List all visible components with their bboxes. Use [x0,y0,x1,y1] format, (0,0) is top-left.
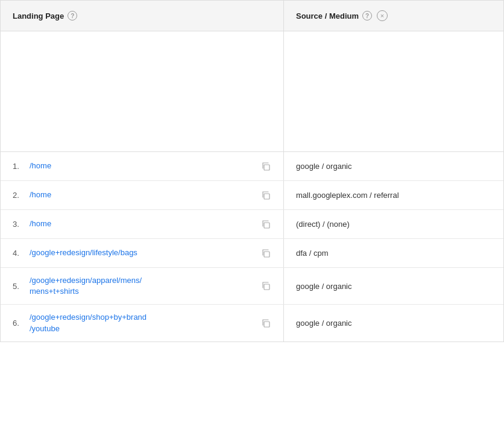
landing-page-help-icon[interactable]: ? [68,11,77,21]
svg-rect-0 [264,165,269,170]
row-number: 5. [13,282,30,291]
source-cell: google / organic [284,305,503,341]
landing-cell: 4. /google+redesign/lifestyle/bags [1,239,284,267]
svg-rect-3 [264,252,269,257]
page-link[interactable]: /home [30,160,257,171]
source-value: mall.googleplex.com / referral [296,191,399,200]
table-row: 1. /home google / organic [1,152,503,181]
landing-cell: 5. /google+redesign/apparel/mens/mens+t+… [1,268,284,304]
source-value: (direct) / (none) [296,220,350,229]
landing-cell: 6. /google+redesign/shop+by+brand/youtub… [1,305,284,341]
page-link[interactable]: /google+redesign/apparel/mens/mens+t+shi… [30,275,257,297]
landing-cell: 3. /home [1,210,284,238]
source-cell: (direct) / (none) [284,210,503,238]
source-medium-close-icon[interactable]: × [377,10,388,21]
copy-icon[interactable] [260,318,271,329]
data-rows-container: 1. /home google / organic 2. /home [1,152,503,341]
source-cell: dfa / cpm [284,239,503,267]
page-link[interactable]: /home [30,218,257,229]
landing-page-label: Landing Page [13,11,64,21]
source-value: google / organic [296,162,352,171]
page-link[interactable]: /home [30,189,257,200]
table-row: 2. /home mall.googleplex.com / referral [1,181,503,210]
row-number: 3. [13,220,30,229]
copy-icon[interactable] [260,190,271,201]
copy-icon[interactable] [260,248,271,259]
landing-cell: 1. /home [1,152,284,180]
landing-cell: 2. /home [1,181,284,209]
landing-page-column-header: Landing Page ? [1,1,284,31]
source-value: google / organic [296,319,352,328]
copy-icon[interactable] [260,281,271,291]
copy-icon[interactable] [260,219,271,230]
row-number: 2. [13,191,30,200]
row-number: 1. [13,162,30,171]
table-row: 6. /google+redesign/shop+by+brand/youtub… [1,305,503,341]
row-number: 6. [13,319,30,328]
source-cell: mall.googleplex.com / referral [284,181,503,209]
source-medium-help-icon[interactable]: ? [362,11,372,21]
source-medium-label: Source / Medium [296,11,359,21]
empty-landing-cell [1,31,284,151]
source-value: google / organic [296,282,352,291]
page-link[interactable]: /google+redesign/lifestyle/bags [30,247,257,258]
empty-area [1,31,503,152]
table-row: 5. /google+redesign/apparel/mens/mens+t+… [1,268,503,305]
copy-icon[interactable] [260,161,271,172]
empty-source-cell [284,31,503,151]
svg-rect-2 [264,223,269,228]
svg-rect-1 [264,194,269,199]
svg-rect-5 [264,322,269,327]
table-row: 3. /home (direct) / (none) [1,210,503,239]
source-medium-column-header: Source / Medium ? × [284,1,503,31]
source-value: dfa / cpm [296,249,328,258]
table-header: Landing Page ? Source / Medium ? × [1,0,503,31]
page-link[interactable]: /google+redesign/shop+by+brand/youtube [30,312,257,334]
table-row: 4. /google+redesign/lifestyle/bags dfa /… [1,239,503,268]
source-cell: google / organic [284,152,503,180]
source-cell: google / organic [284,268,503,304]
svg-rect-4 [264,284,269,290]
row-number: 4. [13,249,30,258]
